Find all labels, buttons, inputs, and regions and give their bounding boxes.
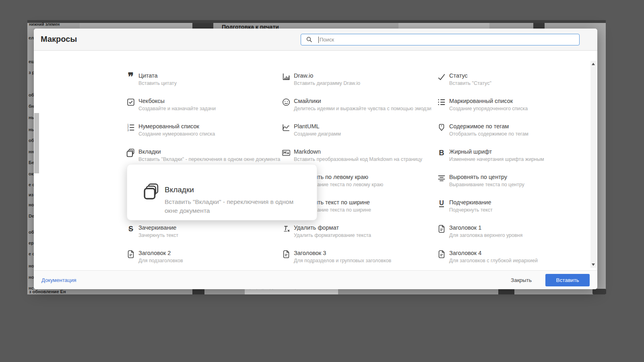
macro-title: Жирный шрифт	[449, 148, 544, 156]
remove-format-icon	[281, 224, 291, 234]
tooltip-title: Вкладки	[165, 185, 194, 194]
background-block	[192, 289, 204, 294]
search-input[interactable]	[301, 34, 580, 45]
macro-title: Смайлики	[294, 97, 431, 105]
macro-item[interactable]: Draw.ioВставить диаграмму Draw.io	[281, 69, 437, 95]
scrollbar[interactable]	[590, 61, 596, 268]
desktop-background: параметр 'Вид выбор' установленного в ве…	[0, 0, 644, 362]
macro-desc: Вставить преобразованный код Markdown на…	[294, 156, 422, 162]
macro-item[interactable]: Выровнять по центруВыравнивание текста п…	[437, 171, 592, 196]
scrollbar-thumb[interactable]	[34, 113, 39, 173]
macro-item[interactable]: PlantUMLСоздание диаграмм	[281, 120, 437, 145]
macro-item[interactable]: Заголовок 4Для заголовков с глубокой иер…	[437, 247, 592, 270]
close-button[interactable]: Закрыть	[508, 277, 534, 284]
doc-icon	[437, 249, 446, 259]
smiley-icon	[281, 97, 291, 107]
text-cursor	[318, 37, 319, 43]
macro-item[interactable]: UПодчеркиваниеПодчеркнуть текст	[437, 196, 592, 221]
macro-desc: Создание нумерованного списка	[138, 131, 215, 137]
checkmark-icon	[437, 72, 446, 82]
macro-item[interactable]: СмайликиДелитесь идеями и выражайте чувс…	[281, 95, 437, 120]
macro-desc: Вставить "Вкладки" - переключения в одно…	[138, 156, 280, 162]
doc-icon	[126, 249, 136, 259]
bg-text-fragment: нн	[29, 149, 34, 154]
macro-title: Вкладки	[138, 148, 280, 156]
macro-desc: Вставить диаграмму Draw.io	[294, 80, 360, 86]
macro-title: PlantUML	[294, 123, 341, 130]
macro-desc: Отобразить содержимое по тегам	[449, 131, 528, 137]
macro-desc: Выравнивание текста по центру	[449, 181, 524, 188]
align-center-icon	[437, 173, 446, 183]
macro-desc: Создавайте и назначайте задачи	[138, 105, 216, 112]
macro-desc: Для подразделов и групповых заголовков	[294, 257, 391, 264]
barchart-icon	[281, 72, 291, 82]
background-toolbar	[27, 20, 606, 23]
macro-title: Draw.io	[294, 72, 360, 80]
macro-desc: Для заголовков с глубокой иерархией	[449, 257, 538, 264]
macro-title: Нумерованный список	[138, 123, 215, 130]
macro-item[interactable]: Заголовок 3Для подразделов и групповых з…	[281, 247, 437, 270]
macro-title: Markdown	[294, 148, 422, 156]
dialog-footer: Документация Закрыть Вставить	[34, 270, 597, 289]
bold-icon: B	[437, 148, 446, 158]
macro-title: Цитата	[138, 72, 177, 80]
macro-title: Маркированный список	[449, 97, 528, 105]
macros-dialog: Макросы ❞ЦитатаВставить цитатуDraw.ioВст…	[34, 29, 597, 289]
macro-item[interactable]: Заголовок 1Для заголовка верхнего уровня	[437, 221, 592, 247]
macro-desc: Зачеркнуть текст	[138, 232, 178, 239]
tag-icon	[437, 123, 446, 132]
macro-title: Зачеркивание	[138, 224, 178, 232]
macro-item[interactable]: 123Нумерованный списокСоздание нумерован…	[126, 120, 281, 145]
macro-desc: Создание упорядоченного списка	[449, 105, 528, 112]
underline-icon: U	[437, 199, 446, 208]
macro-title: Заголовок 3	[294, 249, 391, 257]
macro-item[interactable]: Удалить форматУдалить форматирование тек…	[281, 221, 437, 247]
bg-text-fragment: Бе	[29, 160, 34, 165]
tabs-icon	[143, 183, 160, 200]
plantuml-icon	[281, 123, 291, 132]
macro-title: Заголовок 4	[449, 249, 538, 257]
doc-icon	[281, 249, 291, 259]
bg-text-fragment: но	[29, 202, 34, 207]
macro-title: Статус	[449, 72, 491, 80]
macro-desc: Делитесь идеями и выражайте чувства с по…	[294, 105, 431, 112]
bg-text-fragment: нь	[29, 115, 34, 120]
macro-item[interactable]: BЖирный шрифтИзменение начертания шрифта…	[437, 145, 592, 171]
macro-list-container: ❞ЦитатаВставить цитатуDraw.ioВставить ди…	[34, 51, 597, 270]
macro-item[interactable]: Заголовок 2Для подзаголовков	[126, 247, 281, 270]
quote-icon: ❞	[126, 72, 136, 82]
macro-item[interactable]: ❞ЦитатаВставить цитату	[126, 69, 281, 95]
markdown-icon	[281, 148, 291, 158]
bg-text-fragment: бн	[29, 104, 34, 109]
macro-item[interactable]: SЗачеркиваниеЗачеркнуть текст	[126, 221, 281, 247]
bg-text-fragment: De	[29, 214, 34, 218]
macro-title: Подчеркивание	[449, 199, 493, 206]
macro-item[interactable]: Маркированный списокСоздание упорядоченн…	[437, 95, 592, 120]
checkbox-icon	[126, 97, 136, 107]
macro-item[interactable]: СтатусВставить "Статус"	[437, 69, 592, 95]
bullet-list-icon	[437, 97, 446, 107]
svg-text:3: 3	[127, 129, 129, 132]
macro-title: Чекбоксы	[138, 97, 216, 105]
macro-item[interactable]: ЧекбоксыСоздавайте и назначайте задачи	[126, 95, 281, 120]
macro-title: Удалить формат	[294, 224, 371, 232]
macro-title: Выровнять по центру	[449, 173, 524, 181]
strikethrough-icon: S	[126, 224, 136, 234]
macro-title: Содержимое по тегам	[449, 123, 528, 130]
macro-desc: Создание диаграмм	[294, 131, 341, 137]
scroll-down-arrow-icon[interactable]	[592, 263, 595, 266]
scroll-up-arrow-icon[interactable]	[592, 63, 595, 65]
documentation-link[interactable]: Документация	[41, 277, 76, 283]
dialog-header: Макросы	[34, 29, 597, 51]
background-block	[592, 289, 606, 294]
bg-text-fragment: нижний элемен	[29, 22, 60, 27]
macro-item[interactable]: Содержимое по тегамОтобразить содержимое…	[437, 120, 592, 145]
macro-desc: Вставить "Статус"	[449, 80, 491, 86]
bg-text-fragment: об	[29, 230, 34, 234]
background-block	[498, 289, 514, 294]
macro-desc: Для заголовка верхнего уровня	[449, 232, 522, 239]
macro-desc: Изменение начертания шрифта жирным	[449, 156, 544, 162]
tabs-icon	[126, 148, 136, 158]
macro-desc: Вставить цитату	[138, 80, 177, 86]
insert-button[interactable]: Вставить	[545, 274, 590, 286]
